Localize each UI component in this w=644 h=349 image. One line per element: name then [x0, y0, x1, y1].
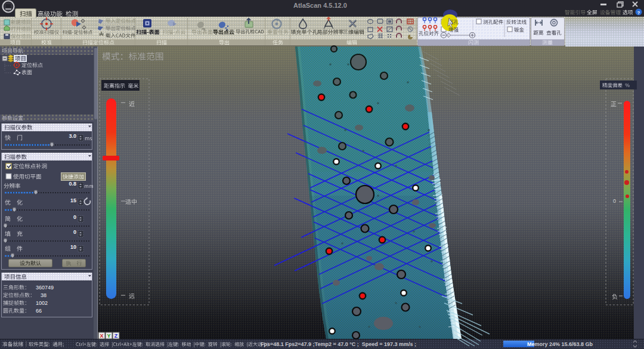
svg-text:X: X [100, 333, 103, 339]
svg-text:Z: Z [114, 333, 118, 339]
svg-text:?: ? [637, 10, 640, 16]
svg-text:Y: Y [107, 333, 110, 339]
